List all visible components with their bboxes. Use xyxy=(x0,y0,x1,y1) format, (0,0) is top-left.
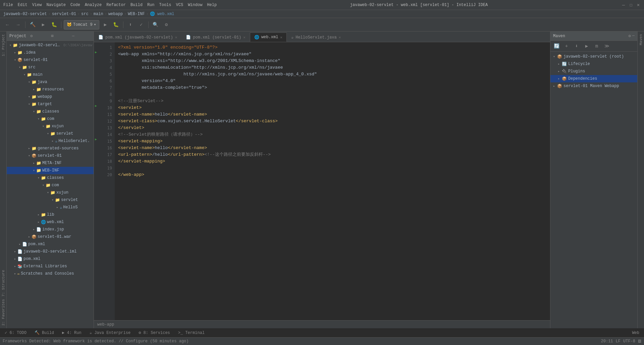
maximize-btn[interactable]: ☐ xyxy=(629,3,633,7)
tree-item[interactable]: ▸ 📄 javaweb-02-servlet.iml xyxy=(7,248,94,255)
tree-item[interactable]: ▾ 📁 WEB-INF xyxy=(7,167,94,174)
tree-item[interactable]: ▸ 📁 META-INF xyxy=(7,159,94,167)
tree-arrow[interactable]: ▸ xyxy=(36,213,41,217)
maven-execute-btn[interactable]: m xyxy=(592,42,601,51)
tree-arrow[interactable]: ▸ xyxy=(32,87,36,91)
tree-item[interactable]: ▾ 📁 com xyxy=(7,115,94,123)
code-line[interactable]: <web-app xmlns="http://xmlns.jcp.org/xml… xyxy=(118,51,550,58)
maven-item[interactable]: ▸ 🔌 Plugins xyxy=(550,68,637,75)
tab-helloservlet[interactable]: ☕ HelloServlet.java ✕ xyxy=(287,32,345,42)
menu-code[interactable]: Code xyxy=(70,3,80,7)
tree-item[interactable]: ▾ 📁 servlet xyxy=(7,196,94,204)
close-btn[interactable]: ✕ xyxy=(636,3,641,7)
tree-item[interactable]: ▸ 📁 generated-sources xyxy=(7,145,94,152)
tree-item[interactable]: ▸ 🌐 web.xml xyxy=(7,218,94,226)
tree-arrow[interactable]: ▾ xyxy=(41,183,46,187)
tree-arrow[interactable]: ▾ xyxy=(41,124,46,128)
tree-arrow[interactable]: ▾ xyxy=(22,73,27,77)
tree-arrow[interactable]: ▸ xyxy=(13,250,17,254)
tree-arrow[interactable]: ▾ xyxy=(36,117,41,121)
code-line[interactable]: <url-pattern>/hello</url-pattern><!--这个路… xyxy=(118,151,550,158)
maven-tab-vert[interactable]: Maven xyxy=(638,33,644,47)
menu-analyze[interactable]: Analyze xyxy=(85,3,102,7)
project-tab-vert[interactable]: 1: Project xyxy=(1,33,6,58)
tab-todo[interactable]: ✓ 6: TODO xyxy=(1,330,30,336)
maven-add-btn[interactable]: + xyxy=(562,42,571,51)
debug-btn[interactable]: 🐛 xyxy=(49,20,59,29)
breadcrumb-webinf[interactable]: WEB-INF xyxy=(128,12,145,16)
tree-arrow[interactable]: ▾ xyxy=(50,198,55,202)
code-line[interactable]: xsi:schemaLocation="http://xmlns.jcp.org… xyxy=(118,64,550,71)
code-line[interactable]: <!--注册Servlet--> xyxy=(118,98,550,105)
maven-item[interactable]: ▾ 📦 javaweb-02-servlet (root) xyxy=(550,53,637,60)
minimize-btn[interactable]: — xyxy=(621,3,626,7)
tree-arrow[interactable]: ▸ xyxy=(17,242,22,246)
tree-arrow[interactable]: ▸ xyxy=(13,272,17,276)
run-btn[interactable]: ▶ xyxy=(39,20,48,29)
tree-arrow[interactable]: ▾ xyxy=(8,43,13,47)
code-line[interactable]: http://xmlns.jcp.org/xml/ns/javaee/web-a… xyxy=(118,71,550,78)
code-line[interactable]: <?xml version="1.0" encoding="UTF-8"?> xyxy=(118,44,550,51)
build-btn[interactable]: 🔨 xyxy=(28,20,37,29)
tab-web[interactable]: Web xyxy=(629,330,643,336)
tab-pom-servlet[interactable]: 📄 pom.xml (servlet-01) ✕ xyxy=(181,32,250,42)
tab-pom-servlet-close[interactable]: ✕ xyxy=(243,35,246,40)
breadcrumb-project[interactable]: javaweb-02-servlet xyxy=(3,12,47,16)
maven-run-btn[interactable]: ▶ xyxy=(582,42,591,51)
tree-item[interactable]: ▸ 📄 pom.xml xyxy=(7,255,94,263)
tree-arrow[interactable]: ▾ xyxy=(46,132,50,136)
left-sidebar-tabs[interactable]: 1: Project 7: Structure 2: Favorites xyxy=(0,31,7,328)
tree-item[interactable]: ▸ 📁 resources xyxy=(7,86,94,93)
tree-arrow[interactable]: ▸ xyxy=(55,205,60,209)
tree-arrow[interactable]: ▾ xyxy=(27,154,32,158)
settings-btn[interactable]: ⚙ xyxy=(162,20,171,29)
tree-item[interactable]: ▸ 📁 .idea xyxy=(7,49,94,56)
breadcrumb-webapp[interactable]: webapp xyxy=(108,12,123,16)
tree-item[interactable]: ▾ 📁 xujun xyxy=(7,189,94,196)
run-tomcat-btn[interactable]: ▶ xyxy=(101,20,110,29)
maven-arrow[interactable]: ▸ xyxy=(558,77,562,81)
tree-item[interactable]: ▸ 📄 index.jsp xyxy=(7,226,94,233)
maven-arrow[interactable]: ▸ xyxy=(558,62,562,66)
code-line[interactable] xyxy=(118,165,550,171)
breadcrumb-src[interactable]: src xyxy=(81,12,89,16)
favorites-tab-vert[interactable]: 2: Favorites xyxy=(1,298,6,327)
window-controls[interactable]: — ☐ ✕ xyxy=(621,3,641,7)
tab-pom-root[interactable]: 📄 pom.xml (javaweb-02-servlet) ✕ xyxy=(94,32,181,42)
tree-arrow[interactable]: ▾ xyxy=(27,80,32,84)
tree-item[interactable]: ▸ 📚 External Libraries xyxy=(7,263,94,270)
tree-item[interactable]: ▾ 📁 servlet xyxy=(7,130,94,137)
menu-tools[interactable]: Tools xyxy=(159,3,171,7)
code-line[interactable]: version="4.0" xyxy=(118,78,550,84)
structure-tab-vert[interactable]: 7: Structure xyxy=(1,269,6,298)
debug-tomcat-btn[interactable]: 🐛 xyxy=(111,20,121,29)
project-collapse-icon[interactable]: — xyxy=(72,34,91,39)
tree-arrow[interactable]: ▾ xyxy=(32,110,36,114)
menu-edit[interactable]: Edit xyxy=(18,3,28,7)
tree-arrow[interactable]: ▸ xyxy=(13,51,17,55)
tab-build[interactable]: 🔨 Build xyxy=(31,330,57,336)
tree-arrow[interactable]: ▾ xyxy=(13,58,17,62)
code-line[interactable]: <servlet-name>hello</servlet-name> xyxy=(118,111,550,118)
menu-refactor[interactable]: Refactor xyxy=(106,3,126,7)
tomcat-selector[interactable]: 🐱 Tomcat 9 ▾ xyxy=(64,20,99,29)
breadcrumb-module[interactable]: servlet-01 xyxy=(52,12,76,16)
menu-view[interactable]: View xyxy=(32,3,42,7)
tree-item[interactable]: ▾ 📁 java xyxy=(7,78,94,86)
code-line[interactable]: xmlns:xsi="http://www.w3.org/2001/XMLSch… xyxy=(118,58,550,64)
tree-arrow[interactable]: ▸ xyxy=(36,220,41,224)
maven-item[interactable]: ▸ 🔄 Lifecycle xyxy=(550,60,637,68)
menu-window[interactable]: Window xyxy=(188,3,202,7)
tab-webxml-close[interactable]: ✕ xyxy=(280,35,282,40)
breadcrumb-main[interactable]: main xyxy=(94,12,103,16)
maven-collapse-icon[interactable]: — xyxy=(632,33,635,39)
tree-item[interactable]: ▸ ☕ HelloServlet. xyxy=(7,137,94,145)
tree-arrow[interactable]: ▾ xyxy=(32,168,36,172)
menu-vcs[interactable]: VCS xyxy=(176,3,183,7)
code-line[interactable]: <servlet-mapping> xyxy=(118,138,550,145)
tree-arrow[interactable]: ▸ xyxy=(32,161,36,165)
maven-item[interactable]: ▸ 📦 servlet-01 Maven Webapp xyxy=(550,82,637,90)
vcs-commit-btn[interactable]: ✓ xyxy=(137,20,146,29)
code-line[interactable]: <servlet> xyxy=(118,105,550,111)
breadcrumb-file[interactable]: 🌐 web.xml xyxy=(150,11,174,16)
